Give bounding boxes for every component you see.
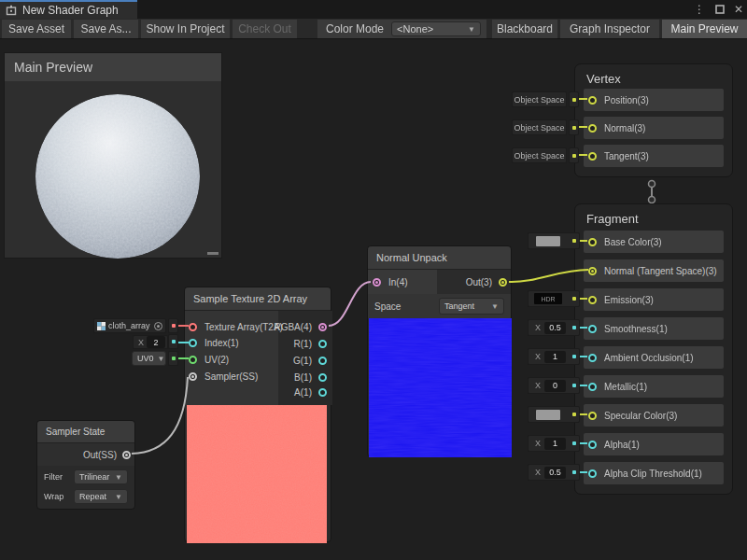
r-port-icon[interactable] bbox=[318, 340, 327, 348]
texture-array-port-icon[interactable] bbox=[189, 323, 197, 331]
specular-color-swatch[interactable] bbox=[528, 406, 580, 423]
color-swatch[interactable] bbox=[536, 236, 560, 246]
panel-resize-handle[interactable] bbox=[207, 252, 218, 255]
fragment-slot-alpha-clip: Alpha Clip Threshold(1) bbox=[584, 462, 724, 484]
space-dropdown[interactable]: Tangent ▼ bbox=[439, 298, 504, 315]
main-preview-header[interactable]: Main Preview bbox=[5, 53, 221, 81]
emission-hdr-swatch[interactable]: HDR bbox=[528, 290, 580, 307]
out-port-icon[interactable] bbox=[499, 278, 507, 287]
tab-new-shader-graph[interactable]: New Shader Graph bbox=[0, 0, 137, 19]
tangent-space-binding[interactable]: Object Space bbox=[512, 147, 567, 163]
object-picker-icon[interactable] bbox=[154, 322, 162, 330]
slot-label: Alpha Clip Threshold(1) bbox=[604, 469, 702, 479]
float-input[interactable]: 0 bbox=[544, 380, 566, 392]
emission-port-icon[interactable] bbox=[588, 296, 597, 304]
wrap-label: Wrap bbox=[44, 492, 63, 501]
port-label: A(1) bbox=[294, 387, 312, 398]
alpha-value-field[interactable]: X 1 bbox=[528, 435, 580, 452]
base-color-swatch[interactable] bbox=[528, 232, 580, 249]
slot-label: Ambient Occlusion(1) bbox=[604, 353, 694, 363]
node-header[interactable]: Sampler State bbox=[37, 421, 134, 443]
window-menu-icon[interactable]: ⋮ bbox=[692, 0, 707, 19]
out-ss-port-icon[interactable] bbox=[122, 451, 131, 459]
port-label: G(1) bbox=[293, 356, 312, 366]
shader-graph-icon bbox=[6, 5, 17, 16]
sampler-state-node[interactable]: Sampler State Out(SS) Filter Trilinear ▼… bbox=[36, 420, 135, 510]
float-input[interactable]: 0.5 bbox=[544, 467, 566, 479]
base-color-port-icon[interactable] bbox=[588, 238, 597, 246]
texture-array-value: cloth_array bbox=[108, 321, 150, 330]
port-label: B(1) bbox=[294, 372, 312, 383]
float-input[interactable]: 0.5 bbox=[544, 322, 566, 334]
space-label: Space bbox=[374, 301, 401, 312]
tab-title: New Shader Graph bbox=[22, 4, 119, 17]
save-as-button[interactable]: Save As... bbox=[74, 20, 138, 38]
show-in-project-button[interactable]: Show In Project bbox=[141, 20, 230, 38]
close-icon[interactable]: ✕ bbox=[731, 0, 746, 19]
index-value-field[interactable]: X 2 bbox=[133, 335, 168, 349]
metallic-port-icon[interactable] bbox=[588, 383, 597, 391]
filter-dropdown[interactable]: Trilinear ▼ bbox=[74, 469, 128, 484]
ambient-occlusion-value-field[interactable]: X 1 bbox=[528, 348, 580, 365]
chevron-down-icon: ▼ bbox=[491, 302, 499, 311]
b-port-icon[interactable] bbox=[318, 373, 327, 382]
color-swatch[interactable] bbox=[536, 410, 560, 420]
specular-color-port-icon[interactable] bbox=[588, 412, 597, 420]
hdr-color-field[interactable]: HDR bbox=[534, 293, 562, 304]
tangent-port-icon[interactable] bbox=[588, 152, 597, 161]
position-port-icon[interactable] bbox=[588, 96, 597, 105]
wrap-dropdown[interactable]: Repeat ▼ bbox=[74, 489, 128, 504]
sampler-port-icon[interactable] bbox=[189, 372, 197, 381]
port-label: Out(3) bbox=[466, 277, 492, 287]
color-mode-label: Color Mode bbox=[326, 22, 384, 35]
blackboard-toggle-button[interactable]: Blackboard bbox=[492, 20, 557, 38]
save-asset-button[interactable]: Save Asset bbox=[2, 20, 71, 38]
node-header[interactable]: Normal Unpack bbox=[368, 246, 511, 270]
output-out-ss: Out(SS) bbox=[37, 443, 134, 466]
graph-inspector-toggle-button[interactable]: Graph Inspector bbox=[560, 20, 659, 38]
color-mode-dropdown[interactable]: <None> ▼ bbox=[391, 21, 481, 36]
alpha-port-icon[interactable] bbox=[588, 441, 597, 449]
smoothness-value-field[interactable]: X 0.5 bbox=[528, 319, 580, 336]
uv-channel-dropdown[interactable]: UV0 ▼ bbox=[132, 351, 166, 366]
a-port-icon[interactable] bbox=[318, 388, 327, 397]
main-preview-toggle-button[interactable]: Main Preview bbox=[662, 20, 747, 38]
x-label: X bbox=[535, 468, 541, 477]
maximize-icon[interactable] bbox=[712, 0, 727, 19]
alpha-clip-port-icon[interactable] bbox=[588, 469, 597, 478]
vertex-node[interactable]: Vertex Position(3) Normal(3) Tangent(3) bbox=[574, 63, 733, 177]
in-port-icon[interactable] bbox=[373, 278, 381, 287]
uv-port-icon[interactable] bbox=[189, 356, 197, 364]
float-input[interactable]: 1 bbox=[544, 351, 566, 363]
fragment-node[interactable]: Fragment Base Color(3) Normal (Tangent S… bbox=[574, 203, 733, 495]
float-input[interactable]: 1 bbox=[544, 438, 566, 450]
node-title: Normal Unpack bbox=[376, 252, 447, 263]
graph-canvas[interactable]: Main Preview Vertex Position(3) N bbox=[0, 39, 747, 560]
alpha-clip-value-field[interactable]: X 0.5 bbox=[528, 464, 580, 481]
port-label: Out(SS) bbox=[83, 450, 117, 460]
chevron-down-icon: ▼ bbox=[115, 493, 122, 501]
slot-label: Alpha(1) bbox=[604, 440, 640, 450]
float-input[interactable]: 2 bbox=[147, 336, 165, 348]
normal-unpack-node[interactable]: Normal Unpack In(4) Out(3) Space Tangent… bbox=[367, 245, 512, 457]
normal-space-binding[interactable]: Object Space bbox=[512, 119, 567, 135]
index-port-icon[interactable] bbox=[189, 339, 197, 347]
normal-tangent-port-icon[interactable] bbox=[588, 267, 597, 275]
position-space-binding[interactable]: Object Space bbox=[512, 91, 567, 107]
main-preview-panel[interactable]: Main Preview bbox=[4, 52, 222, 259]
x-label: X bbox=[535, 381, 541, 390]
space-row: Space Tangent ▼ bbox=[368, 294, 511, 318]
g-port-icon[interactable] bbox=[318, 357, 327, 365]
ambient-occlusion-port-icon[interactable] bbox=[588, 354, 597, 362]
sample-texture-2d-array-node[interactable]: Sample Texture 2D Array Texture Array(T2… bbox=[184, 287, 331, 542]
texture-array-object-field[interactable]: cloth_array bbox=[93, 318, 166, 333]
input-in: In(4) bbox=[368, 270, 437, 294]
normal-port-icon[interactable] bbox=[588, 124, 597, 133]
slot-label: Base Color(3) bbox=[604, 237, 662, 247]
fragment-slot-metallic: Metallic(1) bbox=[584, 375, 724, 398]
rgba-port-icon[interactable] bbox=[318, 323, 327, 331]
smoothness-port-icon[interactable] bbox=[588, 325, 597, 333]
node-header[interactable]: Sample Texture 2D Array bbox=[185, 287, 331, 311]
x-label: X bbox=[535, 439, 541, 448]
metallic-value-field[interactable]: X 0 bbox=[528, 377, 580, 394]
